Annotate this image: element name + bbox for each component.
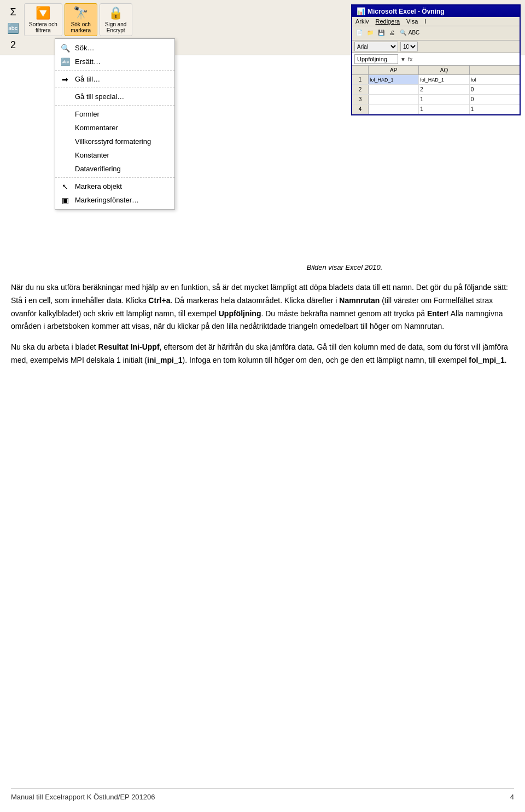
excel-toolbar: 📄 📁 💾 🖨 🔍 ABC [352, 26, 520, 40]
menu-item-markeringsfonster[interactable]: ▣ Markeringsfönster… [55, 193, 174, 207]
excel-menu-arkiv[interactable]: Arkiv [355, 18, 369, 25]
col-header-extra [470, 66, 520, 74]
dataverifiering-icon [60, 164, 71, 175]
menu-item-ga-till-special[interactable]: Gå till special… [55, 90, 174, 103]
sign-encrypt-button[interactable]: 🔒 Sign and Encrypt [100, 3, 132, 36]
binoculars-small-icon: 🔍 [60, 43, 71, 54]
excel-font-row: Arial 10 [352, 40, 520, 53]
font-selector[interactable]: Arial [354, 42, 398, 51]
cursor-icon: ↖ [60, 181, 71, 192]
konstanter-icon [60, 150, 71, 161]
excel-menu-visa[interactable]: Visa [406, 18, 418, 25]
excel-grid: 1 fol_HAD_1 fol_HAD_1 fol 2 2 0 3 1 0 4 [352, 75, 520, 114]
menu-item-ga-till[interactable]: ➡ Gå till… [55, 72, 174, 86]
paragraph-1: När du nu ska utföra beräkningar med hjä… [11, 281, 514, 333]
excel-tb-save[interactable]: 💾 [376, 27, 386, 37]
menu-item-sok-label: Sök… [75, 44, 94, 52]
excel-title-text: Microsoft Excel - Övning [368, 8, 445, 15]
excel-formula-bar: ▼ fx [352, 53, 520, 66]
menu-item-markera-objekt-label: Markera objekt [75, 182, 122, 190]
excel-screenshot: 📊 Microsoft Excel - Övning Arkiv Rediger… [351, 4, 521, 115]
excel-row-4: 4 1 1 [352, 105, 520, 114]
num2-button[interactable]: 2 [4, 37, 22, 53]
search-dropdown-menu: 🔍 Sök… 🔤 Ersätt… ➡ Gå till… Gå till spec… [55, 38, 175, 210]
excel-row-2: 2 2 0 [352, 85, 520, 95]
excel-menu-redigera[interactable]: Redigera [375, 18, 400, 25]
row-num-4: 4 [352, 105, 369, 114]
cell-3-ap[interactable] [369, 95, 419, 104]
col-header-ap: AP [369, 66, 419, 74]
cell-2-extra[interactable]: 0 [470, 85, 520, 94]
footer-left: Manual till Excelrapport K Östlund/EP 20… [11, 793, 155, 801]
excel-tb-spell[interactable]: ABC [409, 27, 419, 37]
formula-input[interactable] [415, 54, 517, 64]
excel-menu-more: I [424, 18, 426, 25]
cell-2-aq[interactable]: 2 [419, 85, 469, 94]
cell-3-extra[interactable]: 0 [470, 95, 520, 104]
menu-item-dataverifiering-label: Dataverifiering [75, 165, 121, 173]
excel-col-headers: AP AQ [352, 66, 520, 75]
menu-item-kommentarer[interactable]: Kommentarer [55, 121, 174, 135]
villkorsstyrd-icon [60, 136, 71, 147]
cell-2-ap[interactable] [369, 85, 419, 94]
excel-titlebar: 📊 Microsoft Excel - Övning [352, 5, 520, 17]
page-container: Σ 🔤 2 🔽 Sortera och filtrera 🔭 Sök och m… [0, 0, 525, 419]
row-num-3: 3 [352, 95, 369, 104]
excel-tb-open[interactable]: 📁 [365, 27, 375, 37]
fx-label: fx [408, 56, 413, 62]
caption-bilden-visar: Bilden visar Excel 2010. [175, 263, 514, 271]
kommentarer-icon [60, 123, 71, 134]
search-mark-label: Sök och markera [71, 21, 91, 33]
sort-filter-button[interactable]: 🔽 Sortera och filtrera [24, 3, 62, 36]
search-mark-button[interactable]: 🔭 Sök och markera [65, 3, 97, 36]
sign-encrypt-label: Sign and Encrypt [105, 21, 126, 33]
excel-row-3: 3 1 0 [352, 95, 520, 105]
content-area: Bilden visar Excel 2010. När du nu ska u… [0, 252, 525, 419]
cell-4-aq[interactable]: 1 [419, 105, 469, 114]
toolbar-left-buttons: Σ 🔤 2 [4, 4, 22, 53]
menu-item-markeringsfonster-label: Markeringsfönster… [75, 196, 139, 204]
cell-4-extra[interactable]: 1 [470, 105, 520, 114]
menu-item-ga-till-special-label: Gå till special… [75, 92, 124, 101]
separator-4 [55, 177, 174, 178]
menu-item-villkorsstyrd-label: Villkorsstyrd formatering [75, 137, 151, 146]
row-num-1: 1 [352, 75, 369, 84]
menu-item-ersatt[interactable]: 🔤 Ersätt… [55, 55, 174, 68]
row-header-corner [352, 66, 369, 74]
excel-name-box[interactable] [354, 54, 398, 64]
menu-item-ga-till-label: Gå till… [75, 75, 100, 83]
menu-item-villkorsstyrd[interactable]: Villkorsstyrd formatering [55, 135, 174, 148]
cell-1-ap[interactable]: fol_HAD_1 [369, 75, 419, 84]
page-footer: Manual till Excelrapport K Östlund/EP 20… [11, 788, 514, 801]
menu-item-formler-label: Formler [75, 110, 100, 118]
excel-menubar: Arkiv Redigera Visa I [352, 17, 520, 26]
sort-az-button[interactable]: 🔤 [4, 21, 22, 36]
formler-icon [60, 109, 71, 120]
cell-3-aq[interactable]: 1 [419, 95, 469, 104]
name-box-arrow: ▼ [400, 56, 406, 62]
menu-item-sok[interactable]: 🔍 Sök… [55, 41, 174, 55]
cell-4-ap[interactable] [369, 105, 419, 114]
sigma-button[interactable]: Σ [4, 4, 22, 20]
excel-tb-new[interactable]: 📄 [354, 27, 364, 37]
row-num-2: 2 [352, 85, 369, 94]
menu-item-kommentarer-label: Kommentarer [75, 124, 118, 132]
excel-tb-preview[interactable]: 🔍 [398, 27, 408, 37]
menu-item-formler[interactable]: Formler [55, 107, 174, 121]
ga-till-special-icon [60, 91, 71, 102]
sort-filter-label: Sortera och filtrera [29, 21, 57, 33]
separator-3 [55, 105, 174, 106]
menu-item-dataverifiering[interactable]: Dataverifiering [55, 162, 174, 176]
sort-filter-icon: 🔽 [36, 6, 50, 20]
menu-item-konstanter[interactable]: Konstanter [55, 148, 174, 162]
footer-page-number: 4 [510, 793, 514, 801]
sign-encrypt-icon: 🔒 [108, 6, 123, 20]
excel-tb-print[interactable]: 🖨 [387, 27, 397, 37]
font-size-selector[interactable]: 10 [400, 42, 418, 51]
col-header-aq: AQ [419, 66, 469, 74]
menu-item-konstanter-label: Konstanter [75, 151, 109, 159]
cell-1-aq[interactable]: fol_HAD_1 [419, 75, 469, 84]
separator-2 [55, 88, 174, 88]
cell-1-extra[interactable]: fol [470, 75, 520, 84]
menu-item-markera-objekt[interactable]: ↖ Markera objekt [55, 179, 174, 193]
